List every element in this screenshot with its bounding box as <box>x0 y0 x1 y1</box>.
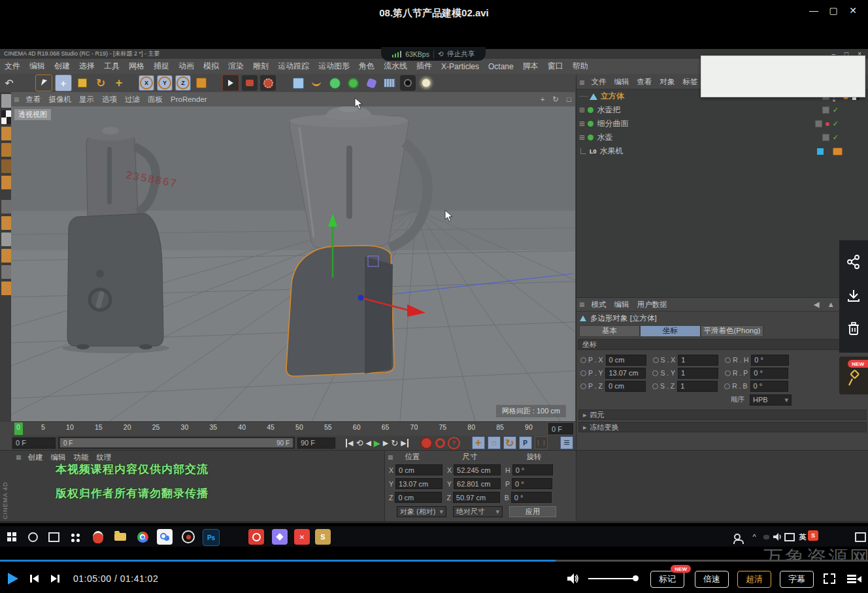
workplane-mode-icon[interactable] <box>1 126 12 141</box>
rot-p-field[interactable]: 0 ° <box>512 478 552 489</box>
pin-tile[interactable]: NEW <box>839 357 868 394</box>
expand-icon[interactable]: ⊞ <box>579 106 584 114</box>
menu-simulate[interactable]: 模拟 <box>199 61 224 72</box>
play-button[interactable]: ▶ <box>374 438 380 448</box>
om-menu-view[interactable]: 查看 <box>633 77 656 87</box>
menu-mesh[interactable]: 网格 <box>124 61 149 72</box>
am-menu-mode[interactable]: 模式 <box>588 300 610 310</box>
om-menu-edit[interactable]: 编辑 <box>610 77 633 87</box>
tab-coordinates[interactable]: 坐标 <box>640 325 701 337</box>
order-dropdown[interactable]: HPB▾ <box>750 394 792 406</box>
key-position-toggle[interactable]: + <box>472 436 485 449</box>
viewport-canvas[interactable]: 透视视图 2358867 网格间距 : 100 cm <box>11 106 575 421</box>
key-pla-toggle[interactable]: ⋮⋮ <box>535 436 548 449</box>
recorder-app-icon[interactable] <box>180 529 196 545</box>
object-name[interactable]: 细分曲面 <box>597 118 628 129</box>
frame-range-slider[interactable]: 0 F 90 F <box>58 437 295 449</box>
pos-z-field[interactable]: 0 cm <box>395 492 442 503</box>
live-selection-icon[interactable] <box>35 74 52 91</box>
texture-mode-icon[interactable] <box>1 110 12 125</box>
expand-icon[interactable]: ⊞ <box>579 120 584 127</box>
layer-settings-icon[interactable]: ≡ <box>560 436 573 449</box>
action-center-icon[interactable] <box>852 529 868 545</box>
key-parameter-toggle[interactable]: P <box>519 436 532 449</box>
share-icon[interactable] <box>846 255 861 269</box>
cm-grip-icon[interactable]: ▦ <box>385 454 396 460</box>
tweak-mode-icon[interactable] <box>1 199 12 214</box>
move-tool-icon[interactable]: + <box>55 74 72 91</box>
undo-icon[interactable]: ↶ <box>1 75 17 91</box>
am-up-icon[interactable]: ▲ <box>824 300 839 308</box>
am-back-icon[interactable]: ◀ <box>810 300 824 309</box>
am-menu-edit[interactable]: 编辑 <box>610 300 633 310</box>
menu-animate[interactable]: 动画 <box>174 61 199 72</box>
next-video-button[interactable] <box>51 575 59 583</box>
rh-field[interactable]: 0 ° <box>751 355 789 366</box>
am-menu-userdata[interactable]: 用户数据 <box>633 300 671 310</box>
task-view-icon[interactable] <box>46 529 61 545</box>
deformer-icon[interactable] <box>363 75 379 91</box>
menu-xparticles[interactable]: X-Particles <box>437 62 484 71</box>
mm-grip-icon[interactable]: ▦ <box>13 454 24 460</box>
subdivision-surface-icon[interactable] <box>327 75 342 91</box>
camera-icon[interactable] <box>400 75 416 91</box>
object-name[interactable]: 水果机 <box>600 146 624 157</box>
mark-button[interactable]: 标记 <box>650 571 684 588</box>
om-menu-file[interactable]: 文件 <box>588 77 610 87</box>
pz-field[interactable]: 0 cm <box>605 381 646 392</box>
menu-window[interactable]: 窗口 <box>543 61 568 72</box>
section-quaternion[interactable]: ▸四元 <box>578 409 867 420</box>
photoshop-icon[interactable]: Ps <box>203 529 220 546</box>
menu-create[interactable]: 创建 <box>50 61 75 72</box>
key-scale-toggle[interactable]: □ <box>488 436 501 449</box>
menu-script[interactable]: 脚本 <box>518 61 543 72</box>
scale-tool-icon[interactable] <box>75 75 90 91</box>
keyselection-button[interactable]: ? <box>448 437 460 449</box>
menu-character[interactable]: 角色 <box>354 61 379 72</box>
size-mode-dropdown[interactable]: 绝对尺寸▾ <box>453 506 503 517</box>
snap-icon[interactable] <box>1 232 12 247</box>
object-name[interactable]: 水壶 <box>597 132 612 143</box>
gold-s-app-icon[interactable]: S <box>315 529 331 545</box>
menu-edit[interactable]: 编辑 <box>25 61 50 72</box>
menu-mograph[interactable]: 运动图形 <box>314 61 354 72</box>
menu-help[interactable]: 帮助 <box>568 61 593 72</box>
menu-select[interactable]: 选择 <box>75 61 99 72</box>
quality-button[interactable]: 超清 <box>737 571 771 588</box>
environment-icon[interactable] <box>382 75 397 91</box>
object-row-kettle[interactable]: ⊞ 水壶 ✓ <box>576 131 868 144</box>
loop-button[interactable]: ⟲ <box>356 438 363 448</box>
menu-sculpt[interactable]: 雕刻 <box>248 61 273 72</box>
timeline-ruler[interactable]: 05 1015 2025 3035 4045 5055 6065 7075 80… <box>11 421 575 437</box>
section-freeze-transform[interactable]: ▸冻结变换 <box>578 422 867 432</box>
om-menu-tags[interactable]: 标签 <box>679 77 702 87</box>
mograph-icon[interactable] <box>345 75 361 91</box>
mm-menu-create[interactable]: 创建 <box>24 453 47 462</box>
sx-field[interactable]: 1 <box>678 355 718 366</box>
rot-h-field[interactable]: 0 ° <box>512 464 553 475</box>
red-dot-icon[interactable] <box>826 122 829 126</box>
sz-field[interactable]: 1 <box>677 381 718 392</box>
vp-menu-panel[interactable]: 面板 <box>144 95 167 104</box>
vp-maximize-icon[interactable]: □ <box>563 95 575 103</box>
volume-icon[interactable] <box>567 573 580 584</box>
vp-menu-filter[interactable]: 过滤 <box>121 95 144 104</box>
subtitle-button[interactable]: 字幕 <box>780 571 814 588</box>
visibility-toggle[interactable] <box>822 106 829 114</box>
goto-start-button[interactable]: ◀ <box>346 439 353 447</box>
magnet-icon[interactable] <box>1 248 12 263</box>
volume-slider-handle[interactable] <box>633 575 639 581</box>
fullscreen-icon[interactable] <box>824 573 835 584</box>
px-field[interactable]: 0 cm <box>606 355 646 366</box>
tab-phong[interactable]: 平滑着色(Phong) <box>701 325 763 337</box>
vp-menu-options[interactable]: 选项 <box>98 95 121 104</box>
trash-icon[interactable] <box>846 321 861 336</box>
primitive-cube-icon[interactable] <box>290 75 306 91</box>
vp-pan-icon[interactable]: + <box>537 95 549 103</box>
menu-pipeline[interactable]: 流水线 <box>379 61 412 72</box>
mm-menu-function[interactable]: 功能 <box>70 453 93 462</box>
lock-y-icon[interactable]: Y <box>157 75 173 91</box>
start-button[interactable] <box>4 529 20 545</box>
download-icon[interactable] <box>846 289 861 303</box>
size-x-field[interactable]: 52.245 cm <box>454 464 501 475</box>
